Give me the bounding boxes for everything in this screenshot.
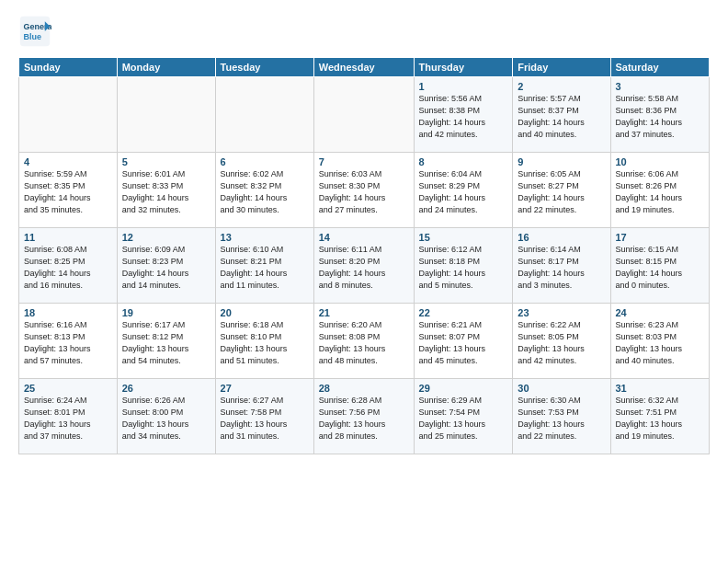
- day-number: 20: [221, 307, 309, 318]
- day-number: 10: [616, 156, 705, 167]
- day-info: Sunrise: 6:30 AM Sunset: 7:53 PM Dayligh…: [518, 395, 605, 442]
- calendar-cell: 17Sunrise: 6:15 AM Sunset: 8:15 PM Dayli…: [610, 228, 710, 304]
- day-info: Sunrise: 5:58 AM Sunset: 8:36 PM Dayligh…: [616, 93, 705, 141]
- day-number: 28: [319, 383, 409, 394]
- col-header-tuesday: Tuesday: [215, 58, 313, 77]
- calendar-cell: [313, 77, 414, 153]
- day-info: Sunrise: 6:10 AM Sunset: 8:21 PM Dayligh…: [221, 244, 309, 292]
- day-number: 4: [24, 156, 112, 167]
- day-number: 29: [419, 383, 508, 394]
- day-number: 11: [24, 232, 112, 243]
- calendar-cell: 1Sunrise: 5:56 AM Sunset: 8:38 PM Daylig…: [414, 77, 513, 153]
- calendar-cell: 20Sunrise: 6:18 AM Sunset: 8:10 PM Dayli…: [215, 304, 313, 379]
- calendar-cell: 5Sunrise: 6:01 AM Sunset: 8:33 PM Daylig…: [117, 153, 215, 228]
- day-number: 21: [319, 307, 409, 318]
- calendar-cell: 27Sunrise: 6:27 AM Sunset: 7:58 PM Dayli…: [215, 379, 313, 454]
- calendar-week-3: 11Sunrise: 6:08 AM Sunset: 8:25 PM Dayli…: [19, 228, 710, 304]
- col-header-thursday: Thursday: [414, 58, 513, 77]
- day-info: Sunrise: 5:59 AM Sunset: 8:35 PM Dayligh…: [24, 168, 112, 216]
- calendar-cell: 14Sunrise: 6:11 AM Sunset: 8:20 PM Dayli…: [313, 228, 414, 304]
- col-header-friday: Friday: [513, 58, 610, 77]
- col-header-saturday: Saturday: [610, 58, 710, 77]
- day-number: 25: [24, 383, 112, 394]
- calendar-cell: 8Sunrise: 6:04 AM Sunset: 8:29 PM Daylig…: [414, 153, 513, 228]
- day-number: 30: [518, 383, 605, 394]
- calendar-cell: 28Sunrise: 6:28 AM Sunset: 7:56 PM Dayli…: [313, 379, 414, 454]
- day-number: 26: [122, 383, 210, 394]
- calendar-cell: [19, 77, 118, 153]
- calendar-cell: 31Sunrise: 6:32 AM Sunset: 7:51 PM Dayli…: [610, 379, 710, 454]
- calendar-cell: 16Sunrise: 6:14 AM Sunset: 8:17 PM Dayli…: [513, 228, 610, 304]
- calendar-cell: 19Sunrise: 6:17 AM Sunset: 8:12 PM Dayli…: [117, 304, 215, 379]
- day-number: 24: [616, 307, 705, 318]
- calendar-page: General Blue SundayMondayTuesdayWednesda…: [0, 0, 728, 563]
- calendar-cell: 13Sunrise: 6:10 AM Sunset: 8:21 PM Dayli…: [215, 228, 313, 304]
- calendar-cell: [117, 77, 215, 153]
- day-number: 23: [518, 307, 605, 318]
- day-number: 16: [518, 232, 605, 243]
- day-number: 19: [122, 307, 210, 318]
- day-info: Sunrise: 6:02 AM Sunset: 8:32 PM Dayligh…: [221, 168, 309, 216]
- day-number: 6: [221, 156, 309, 167]
- day-number: 8: [419, 156, 508, 167]
- day-number: 27: [221, 383, 309, 394]
- day-number: 9: [518, 156, 605, 167]
- day-number: 17: [616, 232, 705, 243]
- calendar-cell: 30Sunrise: 6:30 AM Sunset: 7:53 PM Dayli…: [513, 379, 610, 454]
- col-header-sunday: Sunday: [19, 58, 118, 77]
- calendar-week-1: 1Sunrise: 5:56 AM Sunset: 8:38 PM Daylig…: [19, 77, 710, 153]
- calendar-header-row: SundayMondayTuesdayWednesdayThursdayFrid…: [19, 58, 710, 77]
- calendar-cell: 10Sunrise: 6:06 AM Sunset: 8:26 PM Dayli…: [610, 153, 710, 228]
- day-info: Sunrise: 6:01 AM Sunset: 8:33 PM Dayligh…: [122, 168, 210, 216]
- header: General Blue: [18, 15, 710, 48]
- day-number: 15: [419, 232, 508, 243]
- calendar-cell: 3Sunrise: 5:58 AM Sunset: 8:36 PM Daylig…: [610, 77, 710, 153]
- day-info: Sunrise: 5:57 AM Sunset: 8:37 PM Dayligh…: [518, 93, 605, 141]
- calendar-cell: 22Sunrise: 6:21 AM Sunset: 8:07 PM Dayli…: [414, 304, 513, 379]
- col-header-wednesday: Wednesday: [313, 58, 414, 77]
- day-info: Sunrise: 6:21 AM Sunset: 8:07 PM Dayligh…: [419, 319, 508, 367]
- day-number: 31: [616, 383, 705, 394]
- day-info: Sunrise: 6:14 AM Sunset: 8:17 PM Dayligh…: [518, 244, 605, 292]
- day-info: Sunrise: 6:11 AM Sunset: 8:20 PM Dayligh…: [319, 244, 409, 292]
- day-info: Sunrise: 6:28 AM Sunset: 7:56 PM Dayligh…: [319, 395, 409, 442]
- calendar-cell: 23Sunrise: 6:22 AM Sunset: 8:05 PM Dayli…: [513, 304, 610, 379]
- calendar-cell: 24Sunrise: 6:23 AM Sunset: 8:03 PM Dayli…: [610, 304, 710, 379]
- day-info: Sunrise: 6:06 AM Sunset: 8:26 PM Dayligh…: [616, 168, 705, 216]
- calendar-cell: [215, 77, 313, 153]
- calendar-cell: 21Sunrise: 6:20 AM Sunset: 8:08 PM Dayli…: [313, 304, 414, 379]
- day-info: Sunrise: 6:08 AM Sunset: 8:25 PM Dayligh…: [24, 244, 112, 292]
- day-info: Sunrise: 6:15 AM Sunset: 8:15 PM Dayligh…: [616, 244, 705, 292]
- calendar-cell: 4Sunrise: 5:59 AM Sunset: 8:35 PM Daylig…: [19, 153, 118, 228]
- day-info: Sunrise: 6:12 AM Sunset: 8:18 PM Dayligh…: [419, 244, 508, 292]
- day-info: Sunrise: 6:17 AM Sunset: 8:12 PM Dayligh…: [122, 319, 210, 367]
- calendar-week-5: 25Sunrise: 6:24 AM Sunset: 8:01 PM Dayli…: [19, 379, 710, 454]
- day-info: Sunrise: 6:04 AM Sunset: 8:29 PM Dayligh…: [419, 168, 508, 216]
- calendar-cell: 26Sunrise: 6:26 AM Sunset: 8:00 PM Dayli…: [117, 379, 215, 454]
- calendar-cell: 11Sunrise: 6:08 AM Sunset: 8:25 PM Dayli…: [19, 228, 118, 304]
- calendar-table: SundayMondayTuesdayWednesdayThursdayFrid…: [18, 57, 710, 454]
- calendar-cell: 18Sunrise: 6:16 AM Sunset: 8:13 PM Dayli…: [19, 304, 118, 379]
- day-number: 13: [221, 232, 309, 243]
- day-info: Sunrise: 6:27 AM Sunset: 7:58 PM Dayligh…: [221, 395, 309, 442]
- calendar-cell: 6Sunrise: 6:02 AM Sunset: 8:32 PM Daylig…: [215, 153, 313, 228]
- day-number: 2: [518, 81, 605, 92]
- day-info: Sunrise: 6:23 AM Sunset: 8:03 PM Dayligh…: [616, 319, 705, 367]
- day-info: Sunrise: 6:20 AM Sunset: 8:08 PM Dayligh…: [319, 319, 409, 367]
- calendar-cell: 2Sunrise: 5:57 AM Sunset: 8:37 PM Daylig…: [513, 77, 610, 153]
- day-info: Sunrise: 6:18 AM Sunset: 8:10 PM Dayligh…: [221, 319, 309, 367]
- logo-icon: General Blue: [18, 15, 51, 48]
- calendar-cell: 29Sunrise: 6:29 AM Sunset: 7:54 PM Dayli…: [414, 379, 513, 454]
- day-info: Sunrise: 6:09 AM Sunset: 8:23 PM Dayligh…: [122, 244, 210, 292]
- logo: General Blue: [18, 15, 51, 48]
- day-info: Sunrise: 6:22 AM Sunset: 8:05 PM Dayligh…: [518, 319, 605, 367]
- day-info: Sunrise: 6:24 AM Sunset: 8:01 PM Dayligh…: [24, 395, 112, 442]
- day-number: 18: [24, 307, 112, 318]
- day-number: 7: [319, 156, 409, 167]
- col-header-monday: Monday: [117, 58, 215, 77]
- day-info: Sunrise: 6:05 AM Sunset: 8:27 PM Dayligh…: [518, 168, 605, 216]
- day-info: Sunrise: 6:32 AM Sunset: 7:51 PM Dayligh…: [616, 395, 705, 442]
- day-number: 3: [616, 81, 705, 92]
- calendar-cell: 9Sunrise: 6:05 AM Sunset: 8:27 PM Daylig…: [513, 153, 610, 228]
- calendar-week-2: 4Sunrise: 5:59 AM Sunset: 8:35 PM Daylig…: [19, 153, 710, 228]
